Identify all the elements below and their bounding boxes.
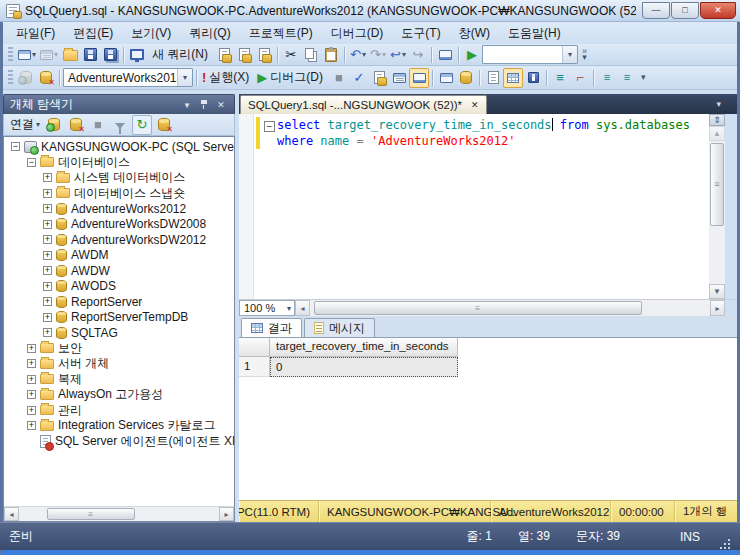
tree-item[interactable]: +데이터베이스 스냅숏: [4, 186, 234, 202]
tree-expander-icon[interactable]: +: [43, 297, 52, 306]
combo-arrow-icon[interactable]: ▾: [177, 69, 192, 86]
tree-expander-icon[interactable]: +: [43, 251, 52, 260]
template-explorer-button[interactable]: [435, 45, 455, 65]
tree-item[interactable]: SQL Server 에이전트(에이전트 XPs: [4, 434, 234, 450]
query-designer-button[interactable]: [389, 68, 409, 88]
scroll-down-button[interactable]: ▼: [709, 284, 725, 299]
new-query-dropdown-button[interactable]: ▾: [16, 45, 38, 65]
scroll-right-button[interactable]: ▸: [219, 507, 234, 521]
tree-item[interactable]: +AlwaysOn 고가용성: [4, 387, 234, 403]
tree-item[interactable]: +AWDW: [4, 263, 234, 279]
copy-results-button[interactable]: [456, 68, 476, 88]
menu-item[interactable]: 파일(F): [7, 22, 64, 45]
tree-item[interactable]: +복제: [4, 372, 234, 388]
tree-horizontal-scrollbar[interactable]: ◂ ≡ ▸: [4, 506, 234, 521]
toolbar-overflow-button[interactable]: ▾: [641, 75, 646, 80]
query-tab[interactable]: SQLQuery1.sql -...NGSUNGWOOK (52))* ✕: [240, 95, 487, 114]
tree-item[interactable]: −데이터베이스: [4, 155, 234, 171]
grid-cell[interactable]: 0: [270, 357, 458, 377]
oe-disconnect-button[interactable]: [66, 115, 86, 135]
tree-item[interactable]: +관리: [4, 403, 234, 419]
tree-item[interactable]: +ReportServer: [4, 294, 234, 310]
tree-expander-icon[interactable]: −: [27, 158, 36, 167]
toolbar-overflow-button[interactable]: »▾: [582, 49, 587, 60]
menu-item[interactable]: 쿼리(Q): [180, 22, 239, 45]
tab-close-icon[interactable]: ✕: [471, 100, 479, 110]
undo-button[interactable]: ↶▾: [348, 45, 368, 65]
tree-expander-icon[interactable]: +: [27, 421, 36, 430]
tree-item[interactable]: −KANGSUNGWOOK-PC (SQL Server 11: [4, 139, 234, 155]
toolbar-grip[interactable]: [8, 70, 13, 86]
debug-button[interactable]: ▶디버그(D): [255, 68, 329, 88]
navigate-forward-button[interactable]: ↪: [408, 45, 428, 65]
cut-button[interactable]: ✂: [281, 45, 301, 65]
navigate-back-button[interactable]: ↩▾: [388, 45, 408, 65]
tree-expander-icon[interactable]: +: [43, 173, 52, 182]
change-connection-button[interactable]: [36, 68, 56, 88]
maximize-button[interactable]: □: [671, 2, 699, 19]
tree-expander-icon[interactable]: +: [27, 344, 36, 353]
zoom-combo[interactable]: 100 %▾: [239, 300, 295, 316]
tree-expander-icon[interactable]: −: [11, 142, 20, 151]
object-explorer-header[interactable]: 개체 탐색기 ▾ ✕: [3, 94, 235, 114]
toolbar-grip[interactable]: [8, 47, 13, 63]
menu-item[interactable]: 프로젝트(P): [240, 22, 322, 45]
save-all-button[interactable]: [100, 45, 120, 65]
combo-arrow-icon[interactable]: ▾: [562, 46, 577, 63]
tree-item[interactable]: +서버 개체: [4, 356, 234, 372]
redo-button[interactable]: ↷▾: [368, 45, 388, 65]
tab-list-dropdown[interactable]: ▾: [716, 99, 721, 109]
menu-item[interactable]: 창(W): [450, 22, 499, 45]
execute-button[interactable]: !실행(X): [200, 68, 255, 88]
tree-item[interactable]: +AWDM: [4, 248, 234, 264]
scroll-track[interactable]: ≡: [310, 300, 710, 316]
connect-object-explorer-button[interactable]: 연결▾: [8, 115, 42, 135]
tree-expander-icon[interactable]: +: [43, 313, 52, 322]
scroll-left-button[interactable]: ◂: [4, 507, 19, 521]
menu-item[interactable]: 도움말(H): [499, 22, 570, 45]
tree-item[interactable]: +AWODS: [4, 279, 234, 295]
scroll-right-button[interactable]: ▸: [710, 300, 725, 316]
tree-item[interactable]: +AdventureWorksDW2008: [4, 217, 234, 233]
tree-expander-icon[interactable]: +: [27, 375, 36, 384]
title-bar[interactable]: SQLQuery1.sql - KANGSUNGWOOK-PC.Adventur…: [0, 0, 740, 22]
panel-menu-button[interactable]: ▾: [180, 98, 194, 112]
menu-item[interactable]: 편집(E): [64, 22, 122, 45]
parse-button[interactable]: ✓: [349, 68, 369, 88]
results-to-file-button[interactable]: [523, 68, 543, 88]
tree-expander-icon[interactable]: +: [43, 220, 52, 229]
available-databases-combo[interactable]: AdventureWorks2012▾: [63, 68, 193, 87]
tree-item[interactable]: +Integration Services 카탈로그: [4, 418, 234, 434]
scroll-track[interactable]: ≡: [19, 507, 219, 521]
tree-item[interactable]: +AdventureWorksDW2012: [4, 232, 234, 248]
results-to-text-button[interactable]: [483, 68, 503, 88]
scroll-thumb[interactable]: ≡: [710, 143, 724, 226]
split-editor-handle[interactable]: ⇕: [709, 114, 725, 126]
tree-expander-icon[interactable]: +: [27, 390, 36, 399]
sql-editor[interactable]: −select target_recovery_time_in_seconds …: [239, 114, 709, 299]
panel-close-button[interactable]: ✕: [214, 98, 228, 112]
close-button[interactable]: ✕: [700, 2, 736, 19]
oe-stop-button[interactable]: ■: [88, 115, 108, 135]
minimize-button[interactable]: —: [642, 2, 670, 19]
scroll-left-button[interactable]: ◂: [295, 300, 310, 316]
results-to-grid-button[interactable]: [503, 68, 523, 88]
menu-item[interactable]: 도구(T): [392, 22, 449, 45]
paste-button[interactable]: [321, 45, 341, 65]
tree-expander-icon[interactable]: +: [43, 204, 52, 213]
grid-row-number[interactable]: 1: [239, 357, 270, 377]
open-file-button[interactable]: [60, 45, 80, 65]
resize-grip[interactable]: [718, 537, 731, 550]
tree-item[interactable]: +SQLTAG: [4, 325, 234, 341]
decrease-indent-button[interactable]: ≡: [597, 68, 617, 88]
scroll-track[interactable]: ≡: [709, 141, 725, 284]
uncomment-button[interactable]: ⌐: [570, 68, 590, 88]
tree-expander-icon[interactable]: +: [43, 189, 52, 198]
tab-results[interactable]: 결과: [241, 318, 302, 337]
tree-expander-icon[interactable]: +: [43, 266, 52, 275]
menu-item[interactable]: 보기(V): [122, 22, 180, 45]
oe-reports-button[interactable]: [154, 115, 174, 135]
grid-corner-cell[interactable]: [239, 338, 270, 357]
tree-item[interactable]: +ReportServerTempDB: [4, 310, 234, 326]
connect-button[interactable]: [16, 68, 36, 88]
